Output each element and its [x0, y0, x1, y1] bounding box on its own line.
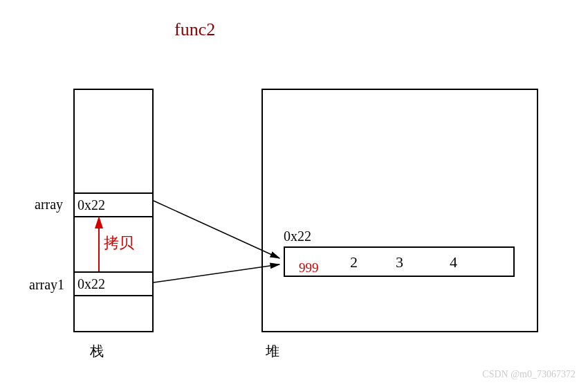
stack-cell-array: 0x22 — [73, 192, 154, 217]
heap-value-3: 4 — [450, 253, 457, 271]
heap-new-value: 999 — [299, 260, 319, 276]
heap-value-2: 3 — [396, 253, 403, 271]
copy-label: 拷贝 — [104, 233, 134, 253]
diagram-title: func2 — [174, 19, 215, 40]
heap-value-1: 2 — [350, 253, 358, 271]
stack-label-array: array — [35, 197, 63, 213]
stack-caption: 栈 — [90, 342, 104, 361]
heap-address-label: 0x22 — [284, 228, 311, 244]
stack-cell-array1-value: 0x22 — [77, 276, 105, 292]
heap-container — [261, 89, 538, 332]
stack-label-array1: array1 — [29, 277, 64, 293]
heap-caption: 堆 — [266, 342, 279, 361]
stack-cell-array-value: 0x22 — [77, 197, 105, 213]
stack-cell-array1: 0x22 — [73, 271, 154, 296]
svg-line-2 — [154, 264, 279, 282]
svg-line-1 — [154, 201, 279, 258]
watermark: CSDN @m0_73067372 — [482, 369, 576, 380]
